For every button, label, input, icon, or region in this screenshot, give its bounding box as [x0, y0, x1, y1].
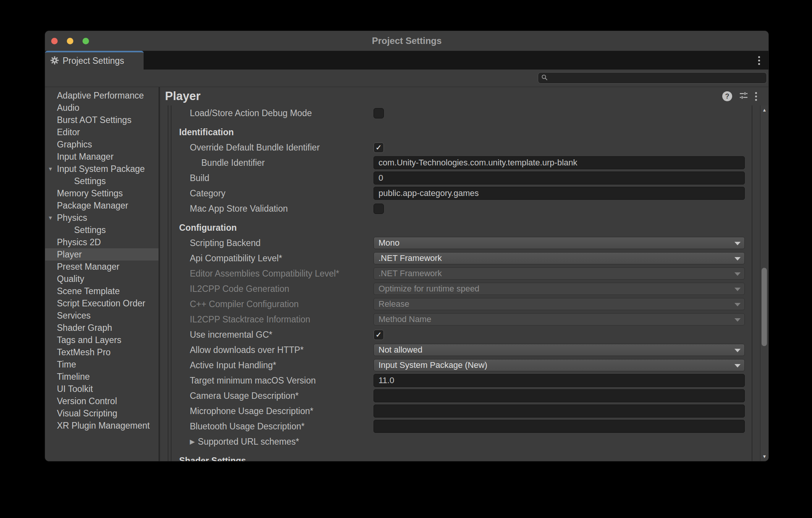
row-build: Build0	[160, 170, 745, 186]
sidebar-item-textmesh-pro[interactable]: TextMesh Pro	[45, 346, 159, 358]
scroll-up-icon[interactable]: ▲	[760, 107, 768, 113]
preset-sliders-icon[interactable]	[739, 91, 749, 102]
player-settings-panel: Player ? Load/Sto	[160, 87, 768, 461]
sidebar-item-label: XR Plugin Management	[57, 421, 150, 431]
field-label: Mac App Store Validation	[160, 204, 374, 214]
checkbox-load-store-action-debug-mode[interactable]	[374, 108, 384, 118]
dropdown-allow-downloads-over-http[interactable]: Not allowed	[374, 344, 745, 356]
sidebar-item-ui-toolkit[interactable]: UI Toolkit	[45, 383, 159, 395]
section-configuration: Configuration	[160, 220, 745, 235]
scrollbar-thumb[interactable]	[762, 268, 767, 346]
settings-sidebar: Adaptive PerformanceAudioBurst AOT Setti…	[45, 87, 159, 461]
sidebar-item-input-system-package[interactable]: ▼Input System Package	[45, 163, 159, 175]
dropdown-active-input-handling[interactable]: Input System Package (New)	[374, 359, 745, 371]
dropdown-arrow-icon	[734, 242, 741, 245]
sidebar-item-label: Package Manager	[57, 201, 128, 210]
tab-bar: Project Settings	[45, 51, 768, 70]
field-label: Target minimum macOS Version	[160, 376, 374, 386]
sidebar-item-script-execution-order[interactable]: Script Execution Order	[45, 297, 159, 309]
text-field-target-minimum-macos-version[interactable]: 11.0	[374, 374, 745, 387]
row-microphone-usage-description: Microphone Usage Description*	[160, 403, 745, 419]
sidebar-item-scene-template[interactable]: Scene Template	[45, 285, 159, 297]
text-field-bundle-identifier[interactable]: com.Unity-Technologies.com.unity.templat…	[374, 156, 745, 169]
settings-form: Load/Store Action Debug ModeIdentificati…	[160, 105, 745, 461]
sidebar-item-version-control[interactable]: Version Control	[45, 395, 159, 407]
checkbox-mac-app-store-validation[interactable]	[374, 204, 384, 214]
tab-project-settings[interactable]: Project Settings	[45, 51, 144, 70]
dropdown-il2cpp-code-generation: Optimize for runtime speed	[374, 283, 745, 295]
sidebar-item-adaptive-performance[interactable]: Adaptive Performance	[45, 89, 159, 102]
text-field-camera-usage-description[interactable]	[374, 389, 745, 402]
sidebar-item-label: Input System Package	[57, 164, 145, 174]
scroll-down-icon[interactable]: ▼	[760, 454, 768, 459]
dropdown-arrow-icon	[734, 288, 741, 291]
sidebar-item-label: TextMesh Pro	[57, 347, 111, 357]
text-field-bluetooth-usage-description[interactable]	[374, 420, 745, 433]
field-label: Override Default Bundle Identifier	[160, 142, 374, 153]
dropdown-value: Method Name	[379, 314, 431, 324]
text-field-category[interactable]: public.app-category.games	[374, 187, 745, 200]
sidebar-item-label: Script Execution Order	[57, 298, 145, 308]
sidebar-item-services[interactable]: Services	[45, 309, 159, 322]
sidebar-item-settings-7[interactable]: Settings	[45, 175, 159, 187]
sidebar-item-label: Memory Settings	[57, 188, 123, 198]
close-button[interactable]	[51, 38, 58, 44]
foldout-expanded-icon[interactable]: ▼	[48, 163, 53, 175]
minimize-button[interactable]	[67, 38, 73, 44]
row-use-incremental-gc: Use incremental GC*✓	[160, 327, 745, 342]
row-load-store-action-debug-mode: Load/Store Action Debug Mode	[160, 105, 745, 121]
sidebar-item-settings-11[interactable]: Settings	[45, 224, 159, 236]
row-allow-downloads-over-http: Allow downloads over HTTP*Not allowed	[160, 342, 745, 358]
dropdown-arrow-icon	[734, 318, 741, 322]
row-active-input-handling: Active Input Handling*Input System Packa…	[160, 358, 745, 373]
panel-kebab-menu-icon[interactable]	[755, 92, 757, 101]
sidebar-item-xr-plugin-management[interactable]: XR Plugin Management	[45, 419, 159, 432]
sidebar-item-graphics[interactable]: Graphics	[45, 138, 159, 151]
field-label: Supported URL schemes*	[195, 437, 299, 447]
foldout-collapsed-icon[interactable]: ▶	[190, 438, 195, 446]
dropdown-api-compatibility-level[interactable]: .NET Framework	[374, 252, 745, 264]
sidebar-item-time[interactable]: Time	[45, 358, 159, 371]
text-field-microphone-usage-description[interactable]	[374, 405, 745, 418]
dropdown-value: Not allowed	[379, 345, 422, 355]
sidebar-item-label: Physics 2D	[57, 237, 101, 247]
panel-header: Player ?	[160, 87, 768, 105]
section-header: Shader Settings	[160, 456, 374, 461]
sidebar-item-quality[interactable]: Quality	[45, 273, 159, 285]
sidebar-item-tags-and-layers[interactable]: Tags and Layers	[45, 334, 159, 346]
sidebar-item-physics-2d[interactable]: Physics 2D	[45, 236, 159, 248]
sidebar-item-player[interactable]: Player	[45, 248, 159, 261]
help-icon[interactable]: ?	[722, 91, 732, 101]
sidebar-item-label: Visual Scripting	[57, 408, 117, 418]
dropdown-value: .NET Framework	[379, 253, 442, 263]
foldout-expanded-icon[interactable]: ▼	[48, 212, 53, 224]
sidebar-item-physics[interactable]: ▼Physics	[45, 212, 159, 224]
gear-icon	[50, 56, 59, 66]
vertical-scrollbar[interactable]: ▲ ▼	[760, 105, 768, 461]
dropdown-scripting-backend[interactable]: Mono	[374, 237, 745, 249]
zoom-button[interactable]	[82, 38, 89, 44]
sidebar-item-preset-manager[interactable]: Preset Manager	[45, 261, 159, 273]
search-input[interactable]	[551, 74, 763, 83]
search-box[interactable]	[538, 72, 767, 84]
sidebar-item-timeline[interactable]: Timeline	[45, 371, 159, 383]
sidebar-item-burst-aot-settings[interactable]: Burst AOT Settings	[45, 114, 159, 126]
sidebar-item-input-manager[interactable]: Input Manager	[45, 151, 159, 163]
sidebar-item-label: Adaptive Performance	[57, 91, 144, 100]
dropdown-arrow-icon	[734, 257, 741, 261]
row-c-compiler-configuration: C++ Compiler ConfigurationRelease	[160, 296, 745, 312]
checkbox-use-incremental-gc[interactable]: ✓	[374, 330, 384, 340]
sidebar-item-label: Services	[57, 311, 91, 321]
checkbox-override-default-bundle-identifier[interactable]: ✓	[374, 142, 384, 153]
row-il2cpp-stacktrace-information: IL2CPP Stacktrace InformationMethod Name	[160, 312, 745, 327]
text-field-build[interactable]: 0	[374, 172, 745, 185]
sidebar-item-visual-scripting[interactable]: Visual Scripting	[45, 407, 159, 419]
sidebar-item-package-manager[interactable]: Package Manager	[45, 199, 159, 212]
sidebar-item-audio[interactable]: Audio	[45, 102, 159, 114]
sidebar-item-shader-graph[interactable]: Shader Graph	[45, 322, 159, 334]
dropdown-il2cpp-stacktrace-information: Method Name	[374, 313, 745, 325]
sidebar-item-memory-settings[interactable]: Memory Settings	[45, 187, 159, 199]
sidebar-item-editor[interactable]: Editor	[45, 126, 159, 138]
dropdown-value: Release	[379, 299, 409, 309]
tabbar-kebab-menu-icon[interactable]	[758, 56, 760, 65]
